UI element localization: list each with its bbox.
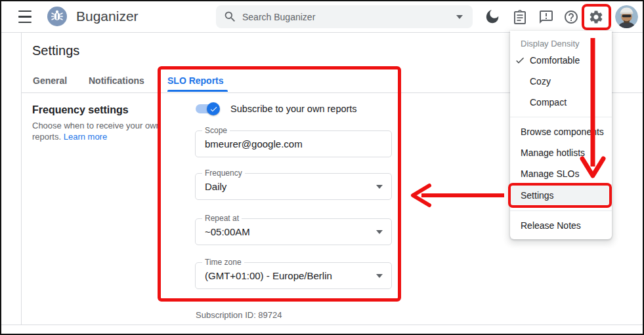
subscribe-toggle-label: Subscribe to your own reports	[230, 104, 357, 114]
frequency-select-label: Frequency	[202, 169, 245, 177]
subscribe-toggle[interactable]	[196, 102, 220, 115]
menu-item-browse-components[interactable]: Browse components	[510, 121, 612, 142]
search-dropdown-arrow-icon[interactable]	[456, 15, 463, 19]
toggle-thumb	[207, 102, 220, 115]
menu-item-release-notes[interactable]: Release Notes	[510, 215, 612, 236]
app-title: Buganizer	[76, 9, 139, 24]
repeat-at-dropdown-arrow-icon	[376, 230, 383, 234]
menu-divider	[510, 117, 612, 117]
feedback-icon[interactable]	[538, 9, 554, 25]
page-title: Settings	[32, 43, 79, 58]
tab-general[interactable]: General	[33, 75, 67, 86]
frequency-dropdown-arrow-icon	[376, 185, 383, 189]
repeat-at-select-label: Repeat at	[202, 214, 242, 222]
tasks-clipboard-icon[interactable]	[512, 9, 528, 25]
menu-item-cozy[interactable]: Cozy	[510, 71, 612, 92]
learn-more-link[interactable]: Learn more	[64, 132, 107, 142]
check-icon	[515, 55, 526, 66]
subscribe-toggle-row: Subscribe to your own reports	[196, 102, 357, 115]
menu-item-label: Compact	[530, 97, 567, 108]
dark-mode-moon-icon[interactable]	[484, 9, 500, 25]
scope-field-label: Scope	[202, 127, 230, 134]
frequency-select[interactable]: Frequency Daily	[195, 173, 392, 200]
search-icon	[223, 10, 237, 24]
frequency-settings-heading: Frequency settings	[32, 104, 129, 116]
content-bottom-divider	[1, 325, 643, 325]
buganizer-logo-bug-icon	[47, 7, 67, 26]
settings-dropdown-menu: Display Density Comfortable Cozy Compact…	[510, 31, 612, 239]
user-avatar[interactable]	[615, 5, 638, 28]
hamburger-menu-icon[interactable]	[18, 10, 32, 23]
content-left-divider	[21, 33, 22, 325]
menu-item-comfortable[interactable]: Comfortable	[510, 50, 612, 71]
top-app-bar: Buganizer	[1, 1, 643, 33]
repeat-at-select[interactable]: Repeat at ~05:00AM	[195, 218, 392, 245]
help-icon[interactable]	[563, 9, 579, 25]
menu-item-compact[interactable]: Compact	[510, 92, 612, 113]
time-zone-select-label: Time zone	[202, 258, 244, 266]
frequency-settings-description: Choose when to receive your own reports.…	[32, 120, 163, 142]
menu-item-label: Cozy	[530, 76, 551, 87]
search-input[interactable]	[242, 5, 446, 28]
menu-divider	[510, 210, 612, 211]
tab-slo-reports[interactable]: SLO Reports	[167, 75, 224, 86]
search-bar	[216, 5, 473, 28]
menu-item-manage-slos[interactable]: Manage SLOs	[510, 163, 612, 184]
toggle-check-icon	[209, 105, 218, 113]
time-zone-select[interactable]: Time zone (GMT+01:00) - Europe/Berlin	[195, 262, 392, 289]
menu-item-label: Comfortable	[530, 55, 580, 66]
tab-notifications[interactable]: Notifications	[89, 75, 144, 86]
buganizer-window: Buganizer	[0, 0, 644, 335]
settings-gear-icon[interactable]	[588, 9, 604, 25]
subscription-id-text: Subscription ID: 89724	[196, 310, 282, 320]
scope-field[interactable]: Scope bmeurer@google.com	[195, 130, 392, 157]
active-tab-underline	[167, 90, 228, 92]
time-zone-dropdown-arrow-icon	[376, 274, 383, 278]
display-density-header: Display Density	[510, 37, 612, 50]
menu-item-settings[interactable]: Settings	[510, 184, 612, 207]
menu-item-manage-hotlists[interactable]: Manage hotlists	[510, 142, 612, 163]
